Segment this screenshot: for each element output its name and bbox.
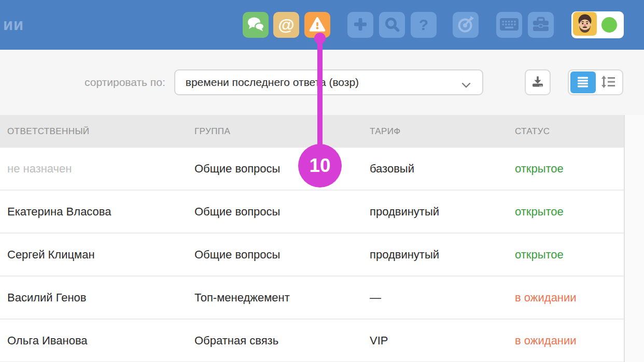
chat-button[interactable] (243, 12, 269, 38)
at-mention-icon: @ (278, 17, 294, 33)
list-view-toggle[interactable] (570, 71, 596, 93)
cell-tariff: — (370, 291, 515, 305)
cell-group: Топ-менеджемент (194, 291, 370, 305)
column-header-group: ГРУППА (194, 126, 370, 137)
cell-status: открытое (515, 162, 624, 176)
plus-icon (353, 17, 368, 34)
cell-status: в ожидании (515, 334, 624, 347)
table-row[interactable]: Сергей Клицман Общие вопросы продвинутый… (0, 234, 624, 277)
cell-status: открытое (515, 248, 624, 262)
table-header: ОТВЕТСТВЕННЫЙ ГРУППА ТАРИФ СТАТУС (0, 115, 624, 148)
cell-responsible: Екатерина Власова (7, 205, 194, 219)
cell-status: открытое (515, 205, 624, 219)
annotation-pointer-dot (314, 33, 326, 44)
goals-button[interactable] (453, 12, 479, 38)
cell-group: Общие вопросы (194, 162, 370, 176)
cell-tariff: VIP (370, 334, 515, 347)
add-button[interactable] (347, 12, 373, 38)
user-menu[interactable] (571, 11, 624, 38)
table-row[interactable]: Ольга Иванова Обратная связь VIP в ожида… (0, 320, 624, 362)
column-header-responsible: ОТВЕТСТВЕННЫЙ (7, 126, 194, 137)
column-header-tariff: ТАРИФ (370, 126, 515, 137)
chat-bubbles-icon (247, 17, 264, 34)
keyboard-shortcuts-button[interactable] (496, 12, 522, 38)
warning-triangle-icon (308, 16, 327, 34)
search-icon (384, 17, 400, 34)
online-status-dot (601, 17, 617, 33)
cell-responsible: Ольга Иванова (7, 334, 194, 347)
download-icon (531, 75, 544, 90)
question-mark-icon: ? (419, 17, 428, 33)
sort-label: сортировать по: (85, 76, 165, 89)
annotation-step-badge: 10 (298, 144, 342, 187)
list-view-icon (577, 76, 589, 90)
chevron-down-icon (461, 81, 471, 90)
cell-responsible: Сергей Клицман (7, 248, 194, 262)
help-button[interactable]: ? (411, 12, 437, 38)
cell-tariff: базовый (370, 162, 515, 176)
briefcase-icon (532, 17, 550, 34)
table-row[interactable]: Екатерина Власова Общие вопросы продвину… (0, 191, 624, 234)
cell-group: Общие вопросы (194, 248, 370, 262)
avatar (571, 12, 597, 38)
toolbox-button[interactable] (528, 12, 554, 38)
cell-group: Обратная связь (194, 334, 370, 347)
row-height-icon (601, 76, 615, 90)
search-button[interactable] (379, 12, 405, 38)
table-row[interactable]: Василий Генов Топ-менеджемент — в ожидан… (0, 277, 624, 320)
cell-tariff: продвинутый (370, 205, 515, 219)
sort-select[interactable]: времени последнего ответа (возр) (174, 69, 483, 95)
sort-selected-value: времени последнего ответа (возр) (186, 76, 359, 89)
clipped-nav-text: ии (3, 16, 24, 34)
view-toggle-group (568, 69, 623, 95)
keyboard-icon (500, 17, 519, 33)
mentions-button[interactable]: @ (273, 12, 299, 38)
download-button[interactable] (525, 69, 551, 95)
cell-tariff: продвинутый (370, 248, 515, 262)
column-header-status: СТАТУС (515, 126, 624, 137)
cell-group: Общие вопросы (194, 205, 370, 219)
cell-responsible: Василий Генов (7, 291, 194, 305)
target-dart-icon (457, 16, 474, 35)
row-height-toggle[interactable] (596, 71, 621, 93)
cell-responsible: не назначен (7, 162, 194, 176)
cell-status: в ожидании (515, 291, 624, 305)
annotation-pointer-line (317, 38, 323, 147)
